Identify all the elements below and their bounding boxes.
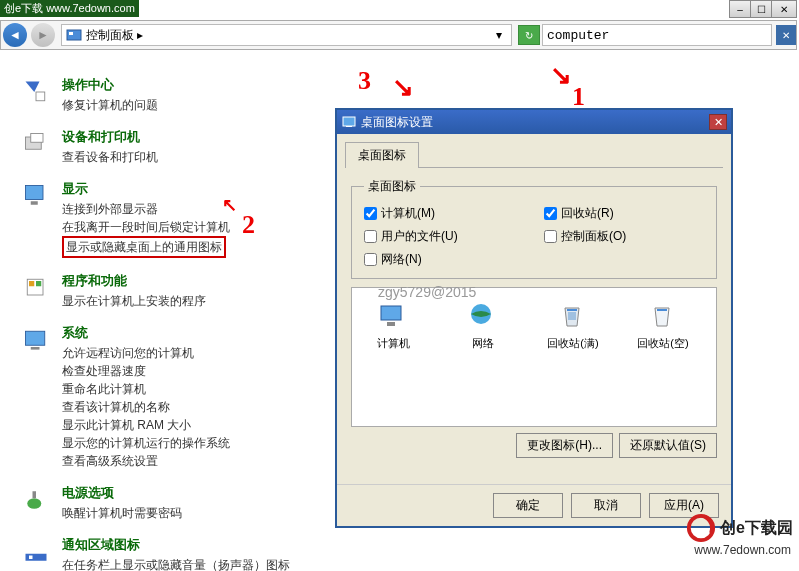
category-title[interactable]: 程序和功能 <box>62 272 206 290</box>
category-link[interactable]: 显示在计算机上安装的程序 <box>62 292 206 310</box>
watermark-banner: 创e下载 www.7edown.com <box>0 0 139 17</box>
category-icon <box>20 324 52 356</box>
ok-button[interactable]: 确定 <box>493 493 563 518</box>
svg-rect-2 <box>36 92 45 101</box>
checkbox[interactable] <box>364 230 377 243</box>
category-icon <box>20 128 52 160</box>
checkbox-label: 计算机(M) <box>381 205 435 222</box>
checkbox-item[interactable]: 网络(N) <box>364 251 524 268</box>
icon-label: 计算机 <box>377 336 410 351</box>
checkbox-label: 回收站(R) <box>561 205 614 222</box>
category-link[interactable]: 检查处理器速度 <box>62 362 230 380</box>
address-bar: ◄ ► 控制面板 ▸ ▾ ↻ ✕ <box>0 20 797 50</box>
category-link[interactable]: 显示或隐藏桌面上的通用图标 <box>62 236 226 258</box>
control-panel-icon <box>66 27 82 43</box>
nav-forward-button[interactable]: ► <box>31 23 55 47</box>
category-title[interactable]: 通知区域图标 <box>62 536 290 554</box>
checkbox-item[interactable]: 计算机(M) <box>364 205 524 222</box>
category-link[interactable]: 查看设备和打印机 <box>62 148 158 166</box>
search-button[interactable]: ✕ <box>776 25 796 45</box>
icon-preview-item[interactable]: 网络 <box>454 300 512 414</box>
category-link[interactable]: 修复计算机的问题 <box>62 96 158 114</box>
dialog-titlebar[interactable]: 桌面图标设置 ✕ <box>337 110 731 134</box>
change-icon-button[interactable]: 更改图标(H)... <box>516 433 613 458</box>
address-field[interactable]: 控制面板 ▸ ▾ <box>61 24 512 46</box>
category-link[interactable]: 查看高级系统设置 <box>62 452 230 470</box>
svg-rect-20 <box>346 126 352 127</box>
checkbox[interactable] <box>364 207 377 220</box>
svg-point-12 <box>27 498 41 509</box>
svg-rect-5 <box>26 186 44 200</box>
category-link[interactable]: 查看该计算机的名称 <box>62 398 230 416</box>
checkbox[interactable] <box>544 207 557 220</box>
icon-preview-grid: 计算机网络回收站(满)回收站(空) <box>351 287 717 427</box>
svg-rect-13 <box>33 491 37 498</box>
icon-preview-item[interactable]: 计算机 <box>364 300 422 414</box>
category-title[interactable]: 电源选项 <box>62 484 182 502</box>
checkbox-label: 控制面板(O) <box>561 228 626 245</box>
checkbox-item[interactable]: 用户的文件(U) <box>364 228 524 245</box>
dialog-title: 桌面图标设置 <box>361 114 709 131</box>
group-legend: 桌面图标 <box>364 178 420 195</box>
icon-label: 网络 <box>472 336 494 351</box>
category-icon <box>20 484 52 516</box>
tab-desktop-icons[interactable]: 桌面图标 <box>345 142 419 168</box>
svg-rect-19 <box>343 117 355 126</box>
svg-rect-4 <box>31 134 43 143</box>
svg-rect-11 <box>31 347 40 350</box>
category-link[interactable]: 显示您的计算机运行的操作系统 <box>62 434 230 452</box>
category-link[interactable]: 在我离开一段时间后锁定计算机 <box>62 218 230 236</box>
svg-rect-8 <box>29 281 34 286</box>
tab-strip: 桌面图标 <box>345 142 723 168</box>
refresh-button[interactable]: ↻ <box>518 25 540 45</box>
address-text: 控制面板 ▸ <box>86 27 143 44</box>
dialog-icon <box>341 114 357 130</box>
checkbox-label: 网络(N) <box>381 251 422 268</box>
address-dropdown-icon[interactable]: ▾ <box>491 28 507 42</box>
window-controls: – ☐ ✕ <box>730 0 797 18</box>
category-link[interactable]: 在任务栏上显示或隐藏音量（扬声器）图标 <box>62 556 290 571</box>
dialog-close-button[interactable]: ✕ <box>709 114 727 130</box>
cancel-button[interactable]: 取消 <box>571 493 641 518</box>
category-link[interactable]: 连接到外部显示器 <box>62 200 230 218</box>
icon-preview-item[interactable]: 回收站(空) <box>634 300 692 414</box>
restore-defaults-button[interactable]: 还原默认值(S) <box>619 433 717 458</box>
category-link[interactable]: 允许远程访问您的计算机 <box>62 344 230 362</box>
checkbox[interactable] <box>364 253 377 266</box>
search-input[interactable] <box>543 28 771 43</box>
icon-label: 回收站(满) <box>547 336 598 351</box>
category-title[interactable]: 设备和打印机 <box>62 128 158 146</box>
search-box <box>542 24 772 46</box>
dialog-body: 桌面图标 桌面图标 计算机(M)回收站(R)用户的文件(U)控制面板(O)网络(… <box>337 134 731 484</box>
category-icon <box>20 272 52 304</box>
category-title[interactable]: 操作中心 <box>62 76 158 94</box>
icon-preview-item[interactable]: 回收站(满) <box>544 300 602 414</box>
brand-text: 创e下载园 <box>720 518 793 539</box>
svg-rect-21 <box>381 306 401 320</box>
checkbox-item[interactable]: 控制面板(O) <box>544 228 704 245</box>
category-title[interactable]: 系统 <box>62 324 230 342</box>
category-icon <box>20 180 52 212</box>
svg-rect-14 <box>26 554 47 561</box>
checkbox-item[interactable]: 回收站(R) <box>544 205 704 222</box>
maximize-button[interactable]: ☐ <box>750 0 772 18</box>
svg-rect-15 <box>29 556 33 560</box>
minimize-button[interactable]: – <box>729 0 751 18</box>
checkbox[interactable] <box>544 230 557 243</box>
svg-rect-6 <box>31 201 38 205</box>
svg-rect-1 <box>69 32 73 35</box>
tab-panel: 桌面图标 计算机(M)回收站(R)用户的文件(U)控制面板(O)网络(N) 计算… <box>345 168 723 468</box>
desktop-icon-settings-dialog: 桌面图标设置 ✕ 桌面图标 桌面图标 计算机(M)回收站(R)用户的文件(U)控… <box>335 108 733 528</box>
brand-logo: 创e下载园 <box>643 513 793 543</box>
category-title[interactable]: 显示 <box>62 180 230 198</box>
category-link[interactable]: 重命名此计算机 <box>62 380 230 398</box>
category-link[interactable]: 显示此计算机 RAM 大小 <box>62 416 230 434</box>
svg-rect-22 <box>387 322 395 326</box>
close-button[interactable]: ✕ <box>771 0 797 18</box>
brand-url: www.7edown.com <box>694 543 791 557</box>
svg-rect-10 <box>26 331 45 345</box>
checkbox-label: 用户的文件(U) <box>381 228 458 245</box>
category-link[interactable]: 唤醒计算机时需要密码 <box>62 504 182 522</box>
nav-back-button[interactable]: ◄ <box>3 23 27 47</box>
svg-rect-9 <box>36 281 41 286</box>
